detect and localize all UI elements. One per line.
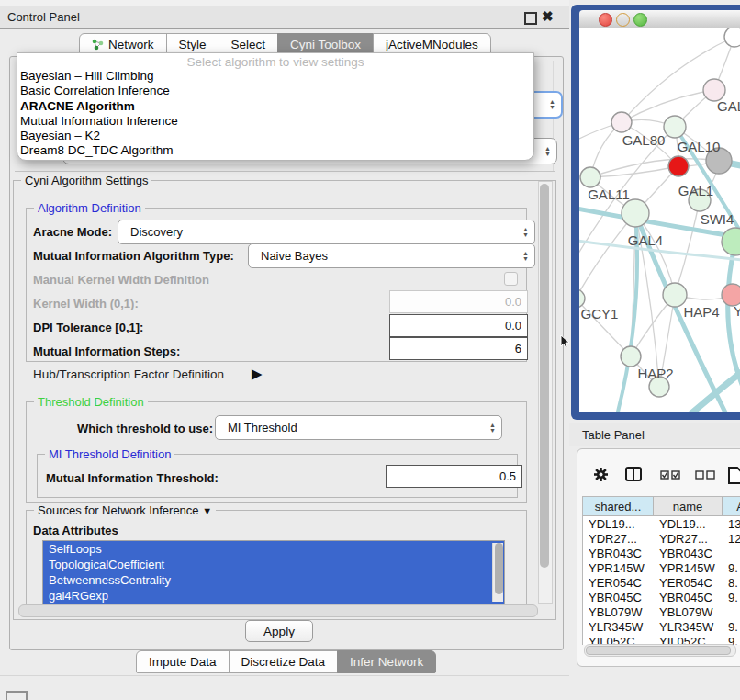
minimize-traffic-light[interactable] [616, 13, 630, 27]
column-header-name[interactable]: name [654, 497, 723, 516]
table-row-ypr145w[interactable]: YPR145WYPR145W9. [583, 561, 740, 576]
checked-columns-icon[interactable] [660, 470, 681, 480]
table-horizontal-scrollbar-thumb[interactable] [586, 646, 731, 655]
manual-kernel-checkbox[interactable] [504, 272, 518, 286]
table-row-ybl079w[interactable]: YBL079WYBL079W [583, 605, 740, 620]
expand-arrow-icon[interactable]: ▶ [252, 366, 263, 382]
algorithm-option-basic-correlation-inference[interactable]: Basic Correlation Inference [17, 84, 533, 98]
attribute-item-selfloops[interactable]: SelfLoops [43, 541, 504, 557]
settings-vertical-scrollbar-thumb[interactable] [540, 184, 549, 568]
network-node-gal4[interactable] [622, 199, 649, 227]
mi-type-label: Mutual Information Algorithm Type: [33, 249, 234, 263]
which-threshold-label: Which threshold to use: [77, 422, 213, 435]
attribute-item-topologicalcoefficient[interactable]: TopologicalCoefficient [43, 557, 504, 572]
mi-threshold-group-title: MI Threshold Definition [45, 447, 174, 461]
close-icon[interactable]: ✖ [542, 8, 554, 25]
cell[interactable]: YER054C [654, 576, 723, 591]
network-node[interactable] [724, 28, 740, 47]
network-node-hap2[interactable] [621, 346, 641, 367]
data-attributes-label: Data Attributes [33, 524, 118, 537]
cell[interactable]: 12 [723, 532, 740, 547]
algorithm-option-dream8-dc-tdc-algorithm[interactable]: Dream8 DC_TDC Algorithm [17, 143, 533, 158]
cell[interactable]: YDR27... [583, 532, 654, 547]
network-canvas[interactable]: GALGAL80GAL10GAL1GAL11SWI4GAL4GCY1HAP4YH… [579, 28, 740, 412]
table-row-ydr27[interactable]: YDR27...YDR27...12 [583, 532, 740, 547]
cell[interactable]: YLR345W [583, 620, 654, 635]
cell[interactable]: YBL079W [583, 605, 654, 620]
cell[interactable]: YBR043C [583, 547, 654, 561]
attributes-scrollbar-thumb[interactable] [495, 543, 503, 594]
cell[interactable]: YPR145W [654, 561, 723, 576]
gear-icon[interactable] [593, 467, 609, 482]
network-node-gcy1[interactable] [579, 289, 585, 308]
hub-definition-label[interactable]: Hub/Transcription Factor Definition [33, 367, 224, 381]
float-window-icon[interactable] [524, 12, 537, 25]
table-row-ybr045c[interactable]: YBR045CYBR045C9. [583, 591, 740, 605]
cell[interactable]: 9. [723, 620, 740, 635]
mi-threshold-field[interactable]: 0.5 [386, 465, 522, 488]
aracne-mode-combo[interactable]: Discovery ▲▼ [118, 220, 535, 244]
collapse-arrow-icon[interactable]: ▼ [202, 505, 212, 516]
zoom-traffic-light[interactable] [633, 13, 647, 27]
table-row-ydl19[interactable]: YDL19...YDL19...13 [583, 517, 740, 532]
network-node-gal80[interactable] [611, 112, 632, 132]
cell[interactable]: YBR045C [654, 591, 723, 605]
node-label-gal1: GAL1 [678, 183, 713, 198]
mi-steps-field[interactable]: 6 [389, 337, 528, 360]
tab-discretize-data[interactable]: Discretize Data [229, 650, 339, 673]
cyni-settings-title: Cyni Algorithm Settings [21, 174, 151, 187]
mi-steps-label: Mutual Information Steps: [33, 344, 180, 358]
cell[interactable]: 13 [723, 517, 740, 532]
algorithm-option-bayesian-k2[interactable]: Bayesian – K2 [17, 129, 533, 143]
cell[interactable]: 9. [723, 561, 740, 576]
cell[interactable]: 8. [723, 576, 740, 591]
tab-infer-network[interactable]: Infer Network [337, 650, 436, 673]
unchecked-columns-icon[interactable] [695, 470, 716, 480]
network-node-gal11[interactable] [580, 167, 600, 187]
attribute-item-betweennesscentrality[interactable]: BetweennessCentrality [43, 572, 504, 588]
cell[interactable]: YDL19... [654, 517, 723, 532]
algorithm-option-mutual-information-inference[interactable]: Mutual Information Inference [17, 114, 533, 129]
algorithm-option-aracne-algorithm[interactable]: ARACNE Algorithm [17, 99, 533, 114]
network-edge[interactable] [675, 200, 700, 295]
network-node-gal1[interactable] [668, 156, 689, 176]
table-row-ybr043c[interactable]: YBR043CYBR043C [583, 547, 740, 561]
mi-type-combo[interactable]: Naive Bayes ▲▼ [248, 243, 535, 268]
split-columns-icon[interactable] [625, 467, 642, 482]
algorithm-option-bayesian-hill-climbing[interactable]: Bayesian – Hill Climbing [17, 69, 533, 84]
cell[interactable]: YBL079W [654, 605, 723, 620]
data-attributes-list[interactable]: SelfLoopsTopologicalCoefficientBetweenne… [42, 540, 505, 604]
dock-button-partial[interactable] [6, 691, 28, 700]
dpi-tolerance-field[interactable]: 0.0 [389, 314, 528, 337]
new-doc-icon[interactable] [728, 467, 740, 484]
cell[interactable]: YDL19... [583, 517, 654, 532]
cell[interactable]: YDR27... [654, 532, 723, 547]
close-traffic-light[interactable] [599, 13, 612, 27]
combo-arrows-icon: ▲▼ [522, 244, 529, 267]
which-threshold-combo[interactable]: MI Threshold ▲▼ [215, 415, 502, 440]
network-node[interactable] [722, 228, 740, 255]
network-window-titlebar[interactable] [579, 10, 740, 29]
apply-button[interactable]: Apply [245, 620, 313, 642]
settings-horizontal-scrollbar[interactable] [18, 604, 538, 617]
network-edge[interactable] [579, 213, 635, 299]
cell[interactable]: YER054C [583, 576, 654, 591]
cell[interactable]: YPR145W [583, 561, 654, 576]
node-label-gal: GAL [717, 98, 740, 114]
table-row-ylr345w[interactable]: YLR345WYLR345W9. [583, 620, 740, 635]
cell[interactable]: 9. [723, 591, 740, 605]
attribute-item-gal4rgexp[interactable]: gal4RGexp [43, 588, 504, 604]
node-table[interactable]: shared...nameA YDL19...YDL19...13YDR27..… [582, 496, 740, 645]
tab-impute-data[interactable]: Impute Data [136, 650, 230, 673]
table-row-yer054c[interactable]: YER054CYER054C8. [583, 576, 740, 591]
cell[interactable]: YLR345W [654, 620, 723, 635]
tab-label: Discretize Data [241, 651, 326, 672]
network-node-gal10[interactable] [664, 116, 686, 138]
column-header-shared[interactable]: shared... [583, 497, 654, 516]
algorithm-popup-list: Bayesian – Hill ClimbingBasic Correlatio… [17, 69, 533, 159]
cell[interactable]: YBR045C [583, 591, 654, 605]
kernel-width-field[interactable]: 0.0 [389, 290, 528, 313]
network-edge[interactable] [622, 90, 714, 122]
cell[interactable]: YBR043C [654, 547, 723, 561]
column-header-a[interactable]: A [723, 497, 740, 516]
